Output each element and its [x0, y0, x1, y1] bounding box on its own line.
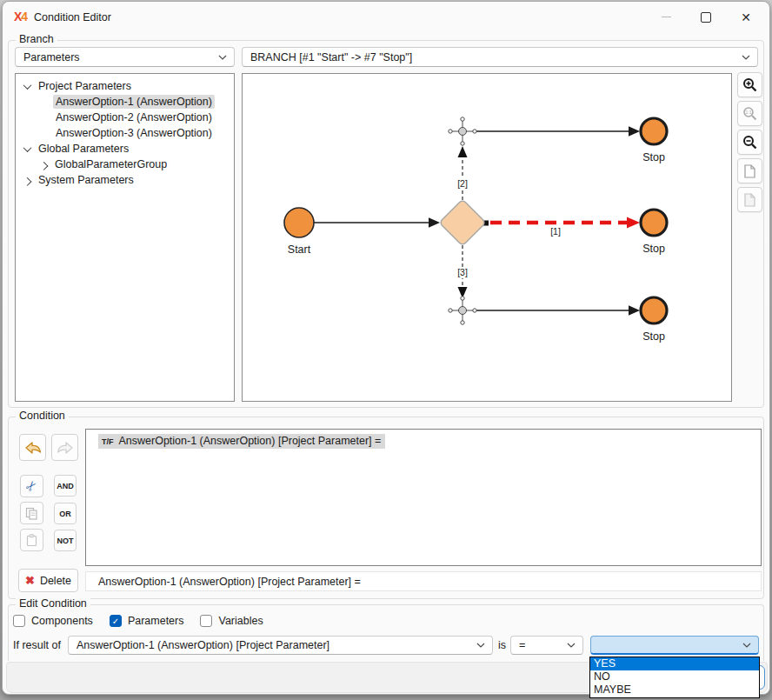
parameters-checkbox[interactable]: ✓: [110, 615, 122, 627]
junction-node-bottom[interactable]: [449, 297, 476, 324]
dropdown-option-no[interactable]: NO: [590, 670, 759, 683]
zoom-1-1-icon: 1:1: [742, 106, 757, 121]
is-label: is: [498, 639, 506, 651]
zoom-out-icon: [742, 135, 757, 150]
parameter-mode-value: Parameters: [23, 51, 80, 63]
arrowhead: [629, 126, 640, 137]
stop-bottom-label: Stop: [642, 330, 665, 343]
edge-2-label: [2]: [457, 178, 468, 189]
forward-condition-button[interactable]: [51, 434, 78, 461]
tree-item-answeroption-2[interactable]: AnswerOption-2 (AnswerOption): [16, 110, 234, 125]
page-preview-button[interactable]: [737, 187, 762, 212]
branch-select[interactable]: BRANCH [#1 "Start" -> #7 "Stop"]: [242, 47, 758, 67]
operator-select[interactable]: =: [510, 636, 583, 655]
or-button[interactable]: OR: [54, 503, 77, 524]
tree-item-globalparametergroup[interactable]: GlobalParameterGroup: [16, 157, 234, 172]
paste-button[interactable]: [20, 529, 43, 551]
tree-item-answeroption-1[interactable]: AnswerOption-1 (AnswerOption): [16, 94, 234, 110]
junction-node-top[interactable]: [449, 117, 476, 145]
expression-select[interactable]: AnswerOption-1 (AnswerOption) [Project P…: [68, 636, 493, 655]
close-button[interactable]: ✕: [726, 3, 766, 30]
condition-list[interactable]: T/FAnswerOption-1 (AnswerOption) [Projec…: [85, 429, 762, 566]
window-title: Condition Editor: [34, 11, 111, 23]
svg-text:1:1: 1:1: [745, 110, 752, 115]
value-select[interactable]: [590, 636, 759, 655]
tree-item-project-parameters[interactable]: Project Parameters: [16, 78, 234, 94]
parameter-mode-select[interactable]: Parameters: [15, 47, 235, 67]
close-icon: ✕: [741, 11, 751, 23]
page-icon: [743, 164, 756, 178]
components-checkbox[interactable]: [13, 615, 25, 627]
condition-group-label: Condition: [16, 410, 69, 422]
forward-arrow-icon: [57, 441, 74, 455]
maximize-button[interactable]: [686, 3, 726, 30]
chevron-down-icon: [218, 55, 227, 60]
edge-1-label: [1]: [550, 226, 561, 237]
expression-value: AnswerOption-1 (AnswerOption) [Project P…: [77, 639, 329, 651]
edit-condition-group: Edit Condition Components ✓ Parameters V…: [8, 604, 764, 661]
tree-item-system-parameters[interactable]: System Parameters: [16, 172, 234, 188]
chevron-collapsed-icon: [23, 177, 32, 185]
x4-logo-icon: X4: [14, 10, 27, 23]
stop-mid-label: Stop: [642, 243, 665, 255]
maximize-icon: [701, 12, 711, 23]
chevron-collapsed-icon: [40, 161, 49, 170]
chevron-down-icon: [742, 55, 750, 60]
minimize-icon: [662, 17, 671, 17]
chevron-down-icon: [567, 643, 576, 648]
tree-item-global-parameters[interactable]: Global Parameters: [16, 141, 234, 157]
copy-button[interactable]: [20, 502, 43, 524]
operator-value: =: [519, 639, 525, 651]
not-button[interactable]: NOT: [54, 530, 77, 551]
branch-group: Branch Parameters BRANCH [#1 "Start" -> …: [8, 40, 764, 408]
condition-list-item-selected[interactable]: T/FAnswerOption-1 (AnswerOption) [Projec…: [98, 434, 385, 449]
zoom-out-button[interactable]: [737, 130, 762, 155]
decision-node[interactable]: [439, 199, 486, 246]
parameters-checkbox-label: Parameters: [128, 615, 184, 627]
title-bar: X4 Condition Editor ✕: [3, 2, 769, 33]
insert-condition-button[interactable]: [19, 434, 46, 461]
and-button[interactable]: AND: [54, 475, 77, 497]
arrowhead-up: [458, 146, 468, 157]
edit-condition-group-label: Edit Condition: [16, 597, 90, 610]
flow-diagram: [2] [3] [1]: [243, 74, 731, 401]
diagram-zoom-toolbar: 1:1: [737, 72, 762, 212]
scissors-icon: ✂: [23, 477, 42, 495]
arrowhead-red: [627, 217, 640, 229]
chevron-expanded-icon: [23, 81, 32, 90]
tree-item-answeroption-3[interactable]: AnswerOption-3 (AnswerOption): [16, 125, 234, 141]
dropdown-option-yes[interactable]: YES: [590, 657, 759, 670]
stop-node-mid[interactable]: [641, 210, 667, 236]
chevron-down-icon: [476, 643, 485, 648]
arrowhead: [429, 217, 440, 228]
fit-page-button[interactable]: [737, 158, 762, 183]
zoom-1-1-button[interactable]: 1:1: [737, 101, 762, 126]
zoom-in-icon: [742, 77, 757, 92]
page-icon: [743, 193, 756, 207]
arrowhead: [629, 305, 640, 316]
branch-group-label: Branch: [16, 33, 57, 45]
stop-node-top[interactable]: [641, 118, 667, 144]
components-checkbox-label: Components: [31, 615, 93, 627]
dropdown-option-maybe[interactable]: MAYBE: [590, 683, 759, 697]
zoom-in-button[interactable]: [737, 72, 762, 97]
variables-checkbox[interactable]: [200, 615, 212, 627]
if-result-of-label: If result of: [13, 639, 61, 651]
condition-editor-window: X4 Condition Editor ✕ Branch Parameters …: [2, 1, 770, 695]
chevron-expanded-icon: [23, 143, 32, 152]
delete-condition-button[interactable]: ✖Delete: [18, 569, 78, 592]
edge-3-label: [3]: [457, 267, 468, 277]
cut-button[interactable]: ✂: [20, 475, 43, 497]
apply-arrow-icon: [24, 441, 42, 455]
paste-icon: [26, 534, 37, 547]
start-node[interactable]: [284, 208, 314, 237]
condition-group: Condition ✂ AND OR NO: [8, 417, 764, 599]
minimize-button[interactable]: [646, 3, 686, 30]
branch-diagram-canvas[interactable]: [2] [3] [1]: [242, 73, 732, 402]
stop-node-bottom[interactable]: [641, 297, 667, 323]
parameter-tree: Project Parameters AnswerOption-1 (Answe…: [15, 73, 235, 402]
start-node-label: Start: [288, 243, 311, 256]
value-dropdown-list: YES NO MAYBE: [589, 657, 760, 698]
variables-checkbox-label: Variables: [218, 615, 263, 627]
condition-result-field: AnswerOption-1 (AnswerOption) [Project P…: [85, 571, 762, 591]
